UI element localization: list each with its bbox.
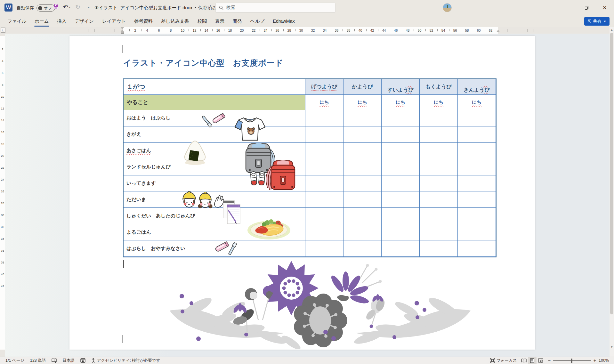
t-shirt-illustration[interactable] — [234, 115, 266, 143]
word-count[interactable]: 123 単語 — [27, 357, 49, 364]
flower-decoration-illustration[interactable] — [166, 258, 474, 349]
ribbon-tab[interactable]: 差し込み文書 — [157, 16, 193, 27]
ribbon-tab[interactable]: EdrawMax — [269, 16, 299, 26]
date-cell[interactable]: にち — [382, 95, 420, 110]
page-indicator[interactable]: 1/1 ページ — [3, 357, 27, 364]
day-blank-cell[interactable] — [458, 240, 496, 257]
right-indent-marker[interactable] — [496, 30, 500, 32]
day-blank-cell[interactable] — [343, 224, 382, 240]
accessibility-status[interactable]: アクセシビリティ: 検討が必要です — [88, 357, 163, 364]
autosave-toggle[interactable]: オフ — [36, 4, 55, 12]
focus-mode-button[interactable]: フォーカス — [487, 357, 520, 364]
day-header-cell[interactable]: かようび — [343, 79, 382, 95]
ribbon-tab[interactable]: ファイル — [3, 16, 30, 27]
ribbon-tab[interactable]: 開発 — [229, 16, 246, 27]
day-blank-cell[interactable] — [382, 208, 420, 224]
zoom-out-button[interactable]: − — [548, 358, 551, 363]
task-cell[interactable]: あさごはん — [124, 143, 305, 159]
date-cell[interactable]: にち — [305, 95, 343, 110]
account-avatar[interactable] — [443, 3, 452, 12]
day-blank-cell[interactable] — [382, 240, 420, 257]
day-blank-cell[interactable] — [420, 110, 458, 126]
day-blank-cell[interactable] — [343, 126, 382, 143]
day-blank-cell[interactable] — [420, 143, 458, 159]
day-blank-cell[interactable] — [343, 143, 382, 159]
ribbon-tab[interactable]: ホーム — [30, 16, 53, 27]
day-blank-cell[interactable] — [420, 175, 458, 192]
toothbrush-and-toothpaste-illustration[interactable] — [200, 111, 226, 130]
save-icon[interactable] — [53, 3, 59, 10]
day-blank-cell[interactable] — [420, 240, 458, 257]
day-blank-cell[interactable] — [382, 126, 420, 143]
read-mode-button[interactable] — [520, 357, 528, 364]
day-blank-cell[interactable] — [382, 110, 420, 126]
randoseru-red-illustration[interactable] — [264, 160, 297, 193]
word-app-icon[interactable]: W — [4, 4, 12, 12]
zoom-track[interactable] — [553, 360, 591, 361]
share-button[interactable]: ⇱ 共有 ▼ — [584, 17, 610, 26]
day-blank-cell[interactable] — [458, 110, 496, 126]
day-blank-cell[interactable] — [305, 159, 343, 175]
document-heading[interactable]: イラスト・アイコン中心型 お支度ボード — [123, 58, 283, 68]
restore-button[interactable] — [577, 0, 596, 15]
day-blank-cell[interactable] — [382, 159, 420, 175]
day-blank-cell[interactable] — [420, 126, 458, 143]
customize-qat-chevron-icon[interactable]: ⌄ — [85, 3, 92, 10]
day-blank-cell[interactable] — [305, 224, 343, 240]
onigiri-illustration[interactable] — [182, 139, 208, 166]
day-blank-cell[interactable] — [382, 143, 420, 159]
day-blank-cell[interactable] — [305, 208, 343, 224]
print-layout-button[interactable] — [528, 357, 537, 364]
day-blank-cell[interactable] — [343, 191, 382, 208]
ribbon-tab[interactable]: 挿入 — [53, 16, 71, 27]
zoom-thumb[interactable] — [571, 359, 572, 363]
day-blank-cell[interactable] — [420, 191, 458, 208]
day-blank-cell[interactable] — [458, 224, 496, 240]
date-cell[interactable]: にち — [343, 95, 382, 110]
day-blank-cell[interactable] — [458, 159, 496, 175]
scroll-up-icon[interactable]: ▲ — [610, 28, 614, 32]
language-indicator[interactable]: 日本語 — [60, 357, 77, 364]
document-title-area[interactable]: ③イラスト_アイコン中心型お支度ボード.docx • 保存済み ⌄ — [94, 0, 222, 15]
ribbon-tab[interactable]: 表示 — [211, 16, 229, 27]
day-blank-cell[interactable] — [382, 175, 420, 192]
day-blank-cell[interactable] — [343, 159, 382, 175]
day-blank-cell[interactable] — [305, 126, 343, 143]
school-shoes-illustration[interactable] — [250, 171, 266, 187]
scrollbar-thumb[interactable] — [610, 33, 613, 314]
toothbrush-and-toothpaste-night-illustration[interactable] — [214, 238, 240, 257]
day-blank-cell[interactable] — [420, 159, 458, 175]
undo-button[interactable]: ↶⌄ — [64, 3, 70, 10]
day-blank-cell[interactable] — [458, 143, 496, 159]
day-blank-cell[interactable] — [343, 110, 382, 126]
day-blank-cell[interactable] — [305, 175, 343, 192]
day-blank-cell[interactable] — [343, 175, 382, 192]
date-cell[interactable]: にち — [458, 95, 496, 110]
document-page[interactable]: イラスト・アイコン中心型 お支度ボード １がつ げつようびかようびすいようびもく… — [69, 36, 535, 350]
web-layout-button[interactable] — [537, 357, 545, 364]
ribbon-tab[interactable]: デザイン — [71, 16, 98, 27]
day-blank-cell[interactable] — [420, 224, 458, 240]
tab-selector[interactable]: ∟ — [1, 28, 5, 33]
kids-waving-illustration[interactable] — [180, 190, 224, 209]
day-blank-cell[interactable] — [458, 175, 496, 192]
day-blank-cell[interactable] — [343, 208, 382, 224]
month-cell[interactable]: １がつ — [124, 79, 305, 95]
ribbon-tab[interactable]: レイアウト — [98, 16, 130, 27]
zoom-in-button[interactable]: + — [594, 358, 596, 363]
search-box[interactable]: 検索 — [215, 3, 335, 12]
ribbon-tab[interactable]: 校閲 — [193, 16, 211, 27]
day-blank-cell[interactable] — [458, 191, 496, 208]
day-header-cell[interactable]: すいようび — [382, 79, 420, 95]
macro-record-icon[interactable] — [77, 357, 88, 364]
zoom-percentage[interactable]: 100% — [599, 358, 609, 363]
scroll-down-icon[interactable]: ▼ — [610, 345, 614, 349]
redo-button[interactable]: ↻ — [75, 3, 81, 10]
day-blank-cell[interactable] — [382, 224, 420, 240]
day-header-cell[interactable]: きんようび — [458, 79, 496, 95]
homework-notepads-illustration[interactable] — [222, 200, 242, 227]
hanging-indent-marker[interactable] — [120, 29, 124, 32]
vertical-scrollbar[interactable]: ▲ ▼ — [610, 27, 614, 357]
day-blank-cell[interactable] — [305, 191, 343, 208]
proofing-status-icon[interactable] — [49, 357, 60, 364]
